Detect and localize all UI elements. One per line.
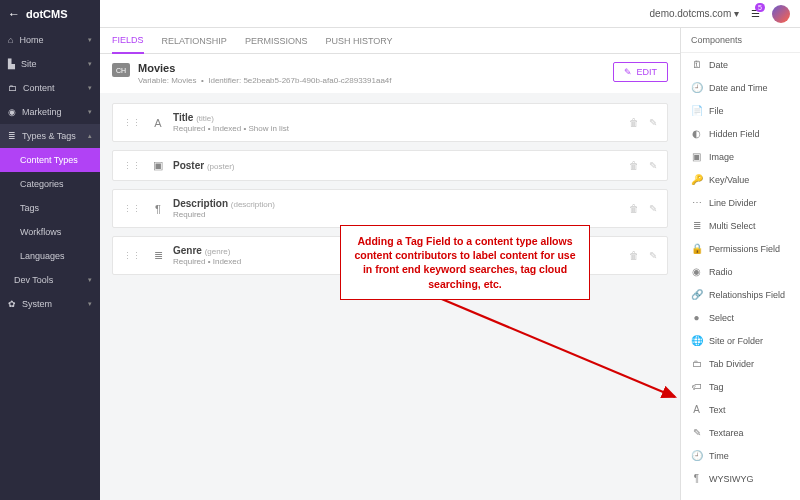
component-icon: 🕘 [691, 82, 702, 93]
field-type-icon: ▣ [151, 159, 165, 172]
delete-icon[interactable]: 🗑 [629, 203, 639, 214]
field-name: Poster (poster) [173, 160, 629, 171]
chevron-icon: ▾ [88, 300, 92, 308]
content-type-title: Movies [138, 62, 392, 74]
chevron-icon: ▾ [88, 108, 92, 116]
component-icon: A [691, 404, 702, 415]
drag-handle-icon[interactable]: ⋮⋮ [123, 251, 141, 261]
component-icon: ◐ [691, 128, 702, 139]
field-type-icon: A [151, 117, 165, 129]
edit-icon[interactable]: ✎ [649, 250, 657, 261]
component-icon: 🔗 [691, 289, 702, 300]
components-header: Components [681, 28, 800, 53]
component-relationships-field[interactable]: 🔗Relationships Field [681, 283, 800, 306]
delete-icon[interactable]: 🗑 [629, 117, 639, 128]
component-icon: 🏷 [691, 381, 702, 392]
tab-fields[interactable]: FIELDS [112, 28, 144, 54]
component-date[interactable]: 🗓Date [681, 53, 800, 76]
field-name: Title (title) [173, 112, 629, 123]
nav-item-content[interactable]: 🗀Content▾ [0, 76, 100, 100]
edit-button[interactable]: ✎ EDIT [613, 62, 668, 82]
chevron-icon: ▾ [88, 60, 92, 68]
component-icon: 🌐 [691, 335, 702, 346]
sub-item-content-types[interactable]: Content Types [0, 148, 100, 172]
component-wysiwyg[interactable]: ¶WYSIWYG [681, 467, 800, 490]
topbar: demo.dotcms.com ▾ ☰ 5 [100, 0, 800, 28]
field-row[interactable]: ⋮⋮▣Poster (poster)🗑✎ [113, 151, 667, 180]
component-radio[interactable]: ◉Radio [681, 260, 800, 283]
component-icon: 🔒 [691, 243, 702, 254]
tab-permissions[interactable]: PERMISSIONS [245, 29, 308, 53]
chevron-icon: ▾ [88, 36, 92, 44]
delete-icon[interactable]: 🗑 [629, 160, 639, 171]
drag-handle-icon[interactable]: ⋮⋮ [123, 161, 141, 171]
pencil-icon: ✎ [624, 67, 632, 77]
components-panel: Components 🗓Date🕘Date and Time📄File◐Hidd… [680, 28, 800, 500]
nav-icon: 🗀 [8, 83, 17, 93]
nav-item-types-tags[interactable]: ≣Types & Tags▴ [0, 124, 100, 148]
delete-icon[interactable]: 🗑 [629, 250, 639, 261]
component-permissions-field[interactable]: 🔒Permissions Field [681, 237, 800, 260]
content-type-meta: Variable: Movies • Identifier: 5e2beab5-… [138, 76, 392, 85]
domain-selector[interactable]: demo.dotcms.com ▾ [650, 8, 739, 19]
content-type-header: CH Movies Variable: Movies • Identifier:… [100, 54, 680, 93]
nav-item-home[interactable]: ⌂Home▾ [0, 28, 100, 52]
field-type-icon: ¶ [151, 203, 165, 215]
edit-icon[interactable]: ✎ [649, 203, 657, 214]
sub-item-workflows[interactable]: Workflows [0, 220, 100, 244]
component-tab-divider[interactable]: 🗀Tab Divider [681, 352, 800, 375]
drag-handle-icon[interactable]: ⋮⋮ [123, 204, 141, 214]
field-type-icon: ≣ [151, 249, 165, 262]
component-multi-select[interactable]: ≣Multi Select [681, 214, 800, 237]
component-select[interactable]: ●Select [681, 306, 800, 329]
drag-handle-icon[interactable]: ⋮⋮ [123, 118, 141, 128]
component-icon: ▣ [691, 151, 702, 162]
chevron-icon: ▾ [88, 84, 92, 92]
nav-item-marketing[interactable]: ◉Marketing▾ [0, 100, 100, 124]
component-icon: 🗀 [691, 358, 702, 369]
chevron-icon: ▾ [88, 276, 92, 284]
chevron-icon: ▴ [88, 132, 92, 140]
tab-relationship[interactable]: RELATIONSHIP [162, 29, 227, 53]
component-image[interactable]: ▣Image [681, 145, 800, 168]
component-icon: ¶ [691, 473, 702, 484]
edit-icon[interactable]: ✎ [649, 160, 657, 171]
component-icon: ◉ [691, 266, 702, 277]
component-date-and-time[interactable]: 🕘Date and Time [681, 76, 800, 99]
nav-icon: ◉ [8, 107, 16, 117]
component-textarea[interactable]: ✎Textarea [681, 421, 800, 444]
nav-item-dev-tools[interactable]: Dev Tools▾ [0, 268, 100, 292]
edit-icon[interactable]: ✎ [649, 117, 657, 128]
notifications-button[interactable]: ☰ 5 [751, 8, 760, 19]
logo-area: ← dotCMS [0, 0, 100, 28]
component-icon: 🔑 [691, 174, 702, 185]
sub-item-categories[interactable]: Categories [0, 172, 100, 196]
component-key-value[interactable]: 🔑Key/Value [681, 168, 800, 191]
component-file[interactable]: 📄File [681, 99, 800, 122]
component-site-or-folder[interactable]: 🌐Site or Folder [681, 329, 800, 352]
tabs: FIELDSRELATIONSHIPPERMISSIONSPUSH HISTOR… [100, 28, 680, 54]
field-attrs: Required [173, 210, 629, 219]
nav-icon: ⌂ [8, 35, 13, 45]
component-icon: ● [691, 312, 702, 323]
nav-item-system[interactable]: ✿System▾ [0, 292, 100, 316]
component-icon: 📄 [691, 105, 702, 116]
avatar[interactable] [772, 5, 790, 23]
tab-push-history[interactable]: PUSH HISTORY [325, 29, 392, 53]
nav-icon: ▙ [8, 59, 15, 69]
field-row[interactable]: ⋮⋮¶Description (description)Required🗑✎ [113, 190, 667, 227]
component-tag[interactable]: 🏷Tag [681, 375, 800, 398]
logo: dotCMS [26, 8, 68, 20]
component-line-divider[interactable]: ⋯Line Divider [681, 191, 800, 214]
component-hidden-field[interactable]: ◐Hidden Field [681, 122, 800, 145]
nav-icon: ✿ [8, 299, 16, 309]
sidebar: ← dotCMS ⌂Home▾▙Site▾🗀Content▾◉Marketing… [0, 0, 100, 500]
component-text[interactable]: AText [681, 398, 800, 421]
nav-item-site[interactable]: ▙Site▾ [0, 52, 100, 76]
sub-item-languages[interactable]: Languages [0, 244, 100, 268]
field-name: Description (description) [173, 198, 629, 209]
component-time[interactable]: 🕘Time [681, 444, 800, 467]
back-arrow-icon[interactable]: ← [8, 7, 20, 21]
field-row[interactable]: ⋮⋮ATitle (title)Required • Indexed • Sho… [113, 104, 667, 141]
sub-item-tags[interactable]: Tags [0, 196, 100, 220]
